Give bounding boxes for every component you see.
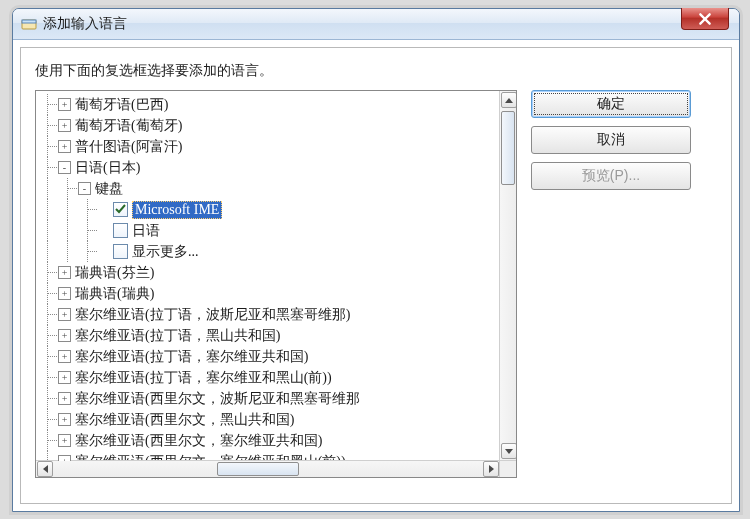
tree-item-label: 葡萄牙语(巴西) — [75, 96, 168, 114]
tree-item[interactable]: +葡萄牙语(葡萄牙) — [38, 115, 500, 136]
expand-icon[interactable]: + — [58, 287, 71, 300]
tree-item-label: 塞尔维亚语(拉丁语，黑山共和国) — [75, 327, 280, 345]
checkbox[interactable] — [113, 202, 128, 217]
close-icon — [698, 12, 712, 26]
checkbox[interactable] — [113, 223, 128, 238]
tree-item-label: 瑞典语(芬兰) — [75, 264, 154, 282]
tree-item[interactable]: +瑞典语(芬兰) — [38, 262, 500, 283]
expand-icon[interactable]: + — [58, 140, 71, 153]
add-input-language-dialog: 添加输入语言 使用下面的复选框选择要添加的语言。 +葡萄牙语(巴西)+葡萄牙语(… — [12, 8, 740, 512]
expand-icon[interactable]: + — [58, 329, 71, 342]
tree-item[interactable]: +塞尔维亚语(西里尔文，黑山共和国) — [38, 409, 500, 430]
vertical-scrollbar[interactable] — [499, 91, 516, 461]
svg-rect-1 — [22, 20, 36, 23]
tree-item-label: 塞尔维亚语(拉丁语，波斯尼亚和黑塞哥维那) — [75, 306, 350, 324]
titlebar[interactable]: 添加输入语言 — [13, 9, 739, 40]
instruction-text: 使用下面的复选框选择要添加的语言。 — [35, 62, 717, 80]
tree-item-label: 瑞典语(瑞典) — [75, 285, 154, 303]
tree-checkbox-item[interactable]: 显示更多... — [38, 241, 500, 262]
tree-item[interactable]: +塞尔维亚语(拉丁语，塞尔维亚共和国) — [38, 346, 500, 367]
scroll-thumb-horizontal[interactable] — [217, 462, 299, 476]
language-tree[interactable]: +葡萄牙语(巴西)+葡萄牙语(葡萄牙)+普什图语(阿富汗)-日语(日本)-键盘M… — [35, 90, 517, 478]
tree-item[interactable]: -键盘 — [38, 178, 500, 199]
expand-icon[interactable]: + — [58, 119, 71, 132]
cancel-button[interactable]: 取消 — [531, 126, 691, 154]
tree-item[interactable]: +塞尔维亚语(西里尔文，塞尔维亚共和国) — [38, 430, 500, 451]
button-column: 确定 取消 预览(P)... — [531, 90, 691, 190]
preview-button: 预览(P)... — [531, 162, 691, 190]
ok-button[interactable]: 确定 — [531, 90, 691, 118]
expand-icon[interactable]: + — [58, 308, 71, 321]
tree-item-label: 葡萄牙语(葡萄牙) — [75, 117, 182, 135]
tree-item-label: 塞尔维亚语(西里尔文，塞尔维亚共和国) — [75, 432, 322, 450]
scrollbar-corner — [499, 460, 516, 477]
tree-item-label: 键盘 — [95, 180, 123, 198]
scroll-right-button[interactable] — [483, 461, 499, 477]
tree-item[interactable]: +塞尔维亚语(拉丁语，塞尔维亚和黑山(前)) — [38, 367, 500, 388]
tree-item-label: 日语(日本) — [75, 159, 140, 177]
expand-icon[interactable]: + — [58, 455, 71, 461]
tree-item-label: 日语 — [132, 222, 160, 240]
client-area: 使用下面的复选框选择要添加的语言。 +葡萄牙语(巴西)+葡萄牙语(葡萄牙)+普什… — [20, 47, 732, 504]
tree-checkbox-item[interactable]: Microsoft IME — [38, 199, 500, 220]
collapse-icon[interactable]: - — [58, 161, 71, 174]
tree-item[interactable]: +葡萄牙语(巴西) — [38, 94, 500, 115]
tree-item[interactable]: -日语(日本) — [38, 157, 500, 178]
tree-item-label: 塞尔维亚语(拉丁语，塞尔维亚和黑山(前)) — [75, 369, 332, 387]
scroll-up-button[interactable] — [501, 92, 517, 108]
tree-item-label: 塞尔维亚语(西里尔文，黑山共和国) — [75, 411, 294, 429]
expand-icon[interactable]: + — [58, 392, 71, 405]
collapse-icon[interactable]: - — [78, 182, 91, 195]
expand-icon[interactable]: + — [58, 413, 71, 426]
window-title: 添加输入语言 — [43, 15, 127, 33]
app-icon — [21, 16, 37, 32]
tree-item-label: 显示更多... — [132, 243, 199, 261]
expand-icon[interactable]: + — [58, 266, 71, 279]
tree-item[interactable]: +塞尔维亚语(拉丁语，黑山共和国) — [38, 325, 500, 346]
tree-checkbox-item[interactable]: 日语 — [38, 220, 500, 241]
scroll-left-button[interactable] — [37, 461, 53, 477]
close-button[interactable] — [681, 8, 729, 30]
tree-item-label: 普什图语(阿富汗) — [75, 138, 182, 156]
tree-item-label: 塞尔维亚语(西里尔文，波斯尼亚和黑塞哥维那 — [75, 390, 360, 408]
expand-icon[interactable]: + — [58, 434, 71, 447]
scroll-down-button[interactable] — [501, 443, 517, 459]
expand-icon[interactable]: + — [58, 371, 71, 384]
tree-item-label: Microsoft IME — [132, 201, 222, 219]
expand-icon[interactable]: + — [58, 350, 71, 363]
tree-item[interactable]: +瑞典语(瑞典) — [38, 283, 500, 304]
tree-item-label: 塞尔维亚语(拉丁语，塞尔维亚共和国) — [75, 348, 308, 366]
expand-icon[interactable]: + — [58, 98, 71, 111]
tree-item[interactable]: +普什图语(阿富汗) — [38, 136, 500, 157]
tree-item[interactable]: +塞尔维亚语(西里尔文，波斯尼亚和黑塞哥维那 — [38, 388, 500, 409]
tree-item[interactable]: +塞尔维亚语(拉丁语，波斯尼亚和黑塞哥维那) — [38, 304, 500, 325]
scroll-thumb-vertical[interactable] — [501, 111, 515, 185]
checkbox[interactable] — [113, 244, 128, 259]
horizontal-scrollbar[interactable] — [36, 460, 500, 477]
